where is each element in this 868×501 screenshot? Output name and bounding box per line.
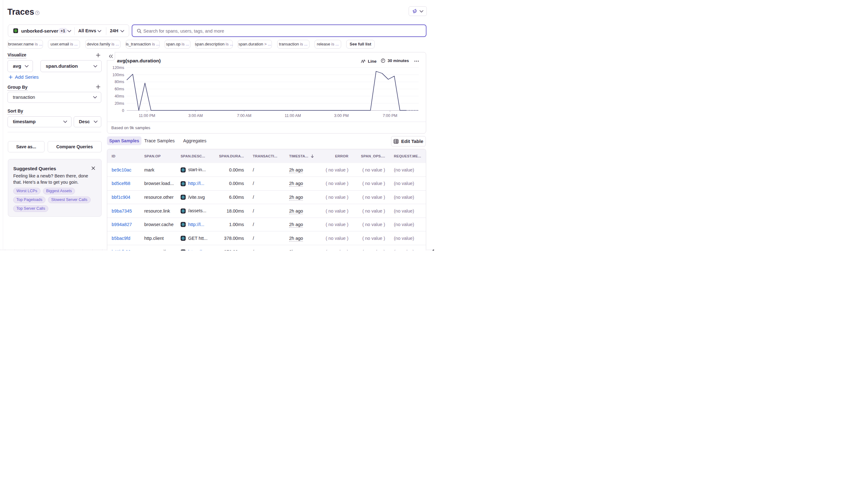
svg-text:3:00 AM: 3:00 AM [189, 114, 203, 118]
svg-text:3:00 PM: 3:00 PM [334, 114, 349, 118]
svg-text:7:00 AM: 7:00 AM [237, 114, 252, 118]
svg-text:?: ? [36, 11, 38, 15]
svg-text:100ms: 100ms [112, 73, 124, 77]
svg-text:20ms: 20ms [115, 101, 124, 106]
svg-text:120ms: 120ms [112, 65, 124, 70]
svg-text:40ms: 40ms [115, 94, 124, 98]
svg-text:11:00 AM: 11:00 AM [285, 114, 301, 118]
svg-text:80ms: 80ms [115, 79, 124, 84]
svg-text:0: 0 [122, 108, 124, 113]
svg-text:11:00 PM: 11:00 PM [139, 114, 155, 118]
svg-text:60ms: 60ms [115, 87, 124, 91]
svg-text:7:00 PM: 7:00 PM [383, 114, 397, 118]
